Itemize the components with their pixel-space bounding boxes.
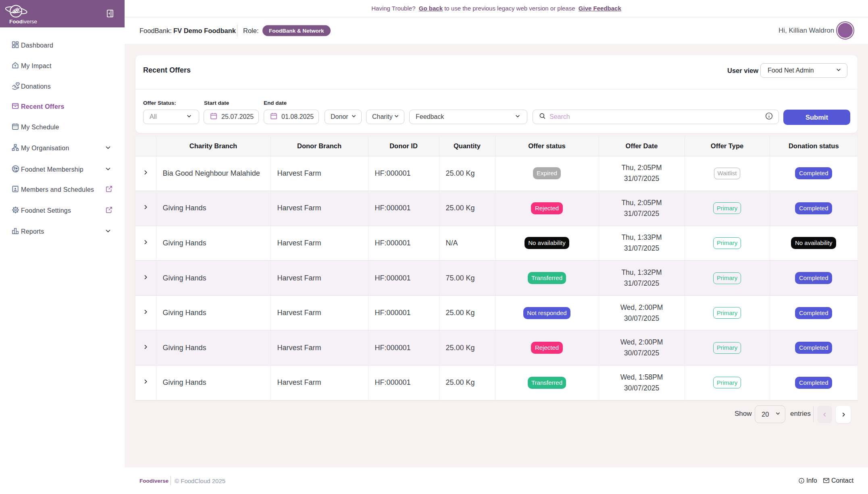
svg-text:Foodiverse: Foodiverse [9,19,37,25]
